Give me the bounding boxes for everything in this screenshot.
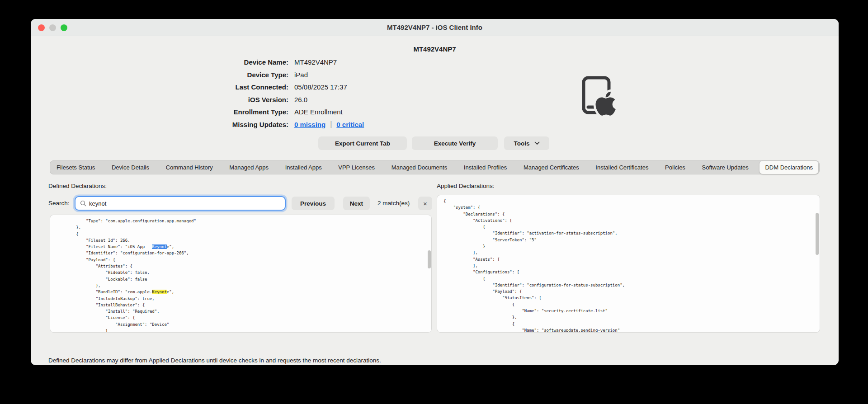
- info-label: Device Name:: [31, 58, 288, 66]
- tab-managed-apps[interactable]: Managed Apps: [224, 161, 274, 174]
- critical-updates-link[interactable]: 0 critical: [336, 121, 364, 128]
- code-line: ],: [443, 249, 820, 256]
- code-line: "Name": "softwareupdate.pending-version": [443, 327, 820, 333]
- tab-managed-certificates[interactable]: Managed Certificates: [518, 161, 585, 174]
- code-line: "Identifier": "activation-for-status-sub…: [443, 230, 820, 236]
- code-line: {: [443, 301, 820, 308]
- code-line: "Install": "Required",: [57, 308, 431, 315]
- applied-declarations-panel[interactable]: { "system": { "Declarations": { "Activat…: [437, 195, 820, 333]
- info-value: 05/08/2025 17:37: [294, 83, 347, 91]
- device-info-row: Last Connected:05/08/2025 17:37: [31, 81, 839, 94]
- code-line: },: [57, 282, 431, 289]
- code-line: {: [443, 198, 820, 204]
- code-line: "StatusItems": [: [443, 295, 820, 301]
- missing-updates-row: Missing Updates:0 missing|0 critical: [31, 118, 839, 131]
- tab-software-updates[interactable]: Software Updates: [697, 161, 754, 174]
- defined-declarations-panel[interactable]: "Type": "com.apple.configuration.app.man…: [50, 215, 432, 333]
- tab-vpp-licenses[interactable]: VPP Licenses: [333, 161, 380, 174]
- right-panel-scrollbar[interactable]: [816, 213, 819, 255]
- zoom-window-button[interactable]: [61, 24, 67, 31]
- execute-verify-button[interactable]: Execute Verify: [412, 136, 498, 150]
- footer-note: Defined Declarations may differ from App…: [48, 357, 381, 364]
- minimize-window-button[interactable]: [49, 24, 56, 31]
- tab-installed-certificates[interactable]: Installed Certificates: [590, 161, 654, 174]
- code-line: "Payload": {: [57, 257, 431, 263]
- code-line: "ServerToken": "5": [443, 237, 820, 243]
- tab-policies[interactable]: Policies: [660, 161, 691, 174]
- code-line: "Hideable": false,: [57, 269, 431, 276]
- info-label: Enrollment Type:: [31, 108, 288, 116]
- link-separator: |: [330, 120, 332, 128]
- defined-declarations-label: Defined Declarations:: [48, 183, 107, 189]
- code-line: "Configurations": [: [443, 269, 820, 275]
- code-line: ],: [443, 263, 820, 269]
- code-line: {: [443, 224, 820, 230]
- code-line: "Fileset Id": 266,: [57, 237, 431, 244]
- info-label: Missing Updates:: [31, 121, 288, 128]
- tab-device-details[interactable]: Device Details: [106, 161, 155, 174]
- search-input[interactable]: [89, 200, 280, 207]
- close-window-button[interactable]: [38, 24, 45, 31]
- tools-dropdown-button[interactable]: Tools: [504, 136, 549, 150]
- tab-managed-documents[interactable]: Managed Documents: [386, 161, 453, 174]
- window-title: MT492V4NP7 - iOS Client Info: [387, 23, 482, 31]
- code-line: {: [57, 231, 431, 237]
- code-line: },: [57, 224, 431, 230]
- code-line: "Name": "security.certificate.list": [443, 308, 820, 314]
- code-line: "IncludeInBackup": true,: [57, 296, 431, 302]
- code-line: "License": {: [57, 315, 431, 321]
- code-line: "BundleID": "com.apple.Keynote",: [57, 289, 431, 295]
- search-match: Keynot: [152, 290, 167, 294]
- info-label: iOS Version:: [31, 96, 288, 103]
- chevron-down-icon: [534, 141, 540, 145]
- tools-label: Tools: [514, 140, 530, 147]
- tab-ddm-declarations[interactable]: DDM Declarations: [760, 161, 818, 174]
- tab-installed-apps[interactable]: Installed Apps: [280, 161, 327, 174]
- applied-declarations-label: Applied Declarations:: [437, 183, 495, 189]
- action-bar: Export Current Tab Execute Verify Tools: [31, 136, 839, 150]
- info-value: ADE Enrollment: [294, 108, 343, 116]
- app-window: MT492V4NP7 - iOS Client Info MT492V4NP7 …: [31, 19, 839, 365]
- code-line: "Assignment": "Device": [57, 321, 431, 328]
- code-line: },: [443, 314, 820, 320]
- title-bar: MT492V4NP7 - iOS Client Info: [31, 19, 839, 36]
- code-line: }: [443, 243, 820, 249]
- code-line: {: [443, 276, 820, 282]
- export-current-tab-button[interactable]: Export Current Tab: [318, 136, 407, 150]
- code-line: "Activations": [: [443, 217, 820, 224]
- tab-command-history[interactable]: Command History: [160, 161, 218, 174]
- device-info-row: Device Name:MT492V4NP7: [31, 56, 839, 69]
- device-info-row: Device Type:iPad: [31, 69, 839, 81]
- code-line: "Declarations": {: [443, 211, 820, 217]
- code-line: "Payload": {: [443, 288, 820, 295]
- code-line: "Lockable": false: [57, 276, 431, 282]
- clear-search-button[interactable]: ×: [418, 197, 432, 210]
- ipad-apple-icon: [581, 76, 618, 120]
- traffic-lights: [38, 24, 67, 31]
- next-match-button[interactable]: Next: [343, 197, 370, 210]
- info-value: MT492V4NP7: [294, 58, 337, 66]
- code-line: "InstallBehavior": {: [57, 302, 431, 308]
- tab-bar: Filesets StatusDevice DetailsCommand His…: [50, 160, 820, 174]
- device-info-row: iOS Version:26.0: [31, 94, 839, 106]
- tab-installed-profiles[interactable]: Installed Profiles: [458, 161, 512, 174]
- code-line: "Fileset Name": "iOS App – Keynote",: [57, 244, 431, 250]
- info-value: 26.0: [294, 96, 307, 103]
- search-label: Search:: [48, 200, 70, 207]
- code-line: }: [57, 328, 431, 333]
- code-line: "Identifier": "configuration-for-status-…: [443, 282, 820, 288]
- left-panel-scrollbar[interactable]: [428, 250, 431, 268]
- device-info-list: Device Name:MT492V4NP7Device Type:iPadLa…: [31, 56, 839, 131]
- code-line: "Attributes": {: [57, 263, 431, 269]
- missing-updates-link[interactable]: 0 missing: [294, 121, 326, 128]
- device-info-row: Enrollment Type:ADE Enrollment: [31, 106, 839, 118]
- device-heading: MT492V4NP7: [31, 45, 839, 53]
- info-value: iPad: [294, 71, 308, 79]
- previous-match-button[interactable]: Previous: [292, 197, 335, 210]
- search-icon: [80, 200, 86, 207]
- info-label: Last Connected:: [31, 83, 288, 91]
- code-line: "Assets": [: [443, 256, 820, 263]
- code-line: {: [443, 321, 820, 327]
- info-label: Device Type:: [31, 71, 288, 79]
- tab-filesets-status[interactable]: Filesets Status: [51, 161, 100, 174]
